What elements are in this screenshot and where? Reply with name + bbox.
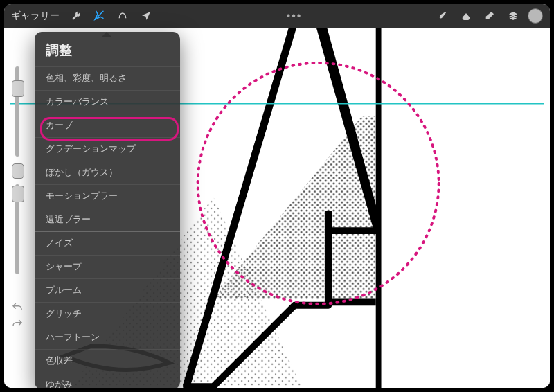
wrench-icon[interactable] [66,7,84,25]
side-square-button[interactable] [12,163,24,179]
adjustments-item[interactable]: グリッチ [35,302,180,326]
adjustments-item[interactable]: ブルーム [35,278,180,302]
eraser-icon[interactable] [481,7,499,25]
undo-button[interactable] [10,299,25,316]
adjustments-item[interactable]: ゆがみ [35,373,180,388]
adjustments-item[interactable]: 色収差 [35,349,180,373]
adjustments-item[interactable]: 遠近ブラー [35,208,180,231]
adjustments-item[interactable]: ハーフトーン [35,326,180,349]
adjustments-item[interactable]: シャープ [35,255,180,278]
adjustments-icon[interactable] [90,7,108,25]
adjustments-item[interactable]: ノイズ [35,231,180,255]
color-picker-button[interactable] [528,8,543,24]
adjustments-item[interactable]: カーブ [35,114,180,137]
brush-opacity-handle[interactable] [12,186,24,202]
adjustments-popover: 調整 色相、彩度、明るさカラーバランスカーブグラデーションマップぼかし（ガウス）… [35,32,180,388]
layers-icon[interactable] [504,7,522,25]
gallery-button[interactable]: ギャラリー [11,10,61,22]
adjustments-item[interactable]: 色相、彩度、明るさ [35,66,180,90]
brush-size-opacity-rail[interactable] [11,66,24,288]
transform-icon[interactable] [137,7,155,25]
brush-size-handle[interactable] [12,80,24,97]
redo-button[interactable] [10,316,25,332]
adjustments-item[interactable]: ぼかし（ガウス） [35,161,180,184]
adjustments-title: 調整 [35,32,180,66]
top-toolbar: ギャラリー ••• [4,4,550,28]
adjustments-list: 色相、彩度、明るさカラーバランスカーブグラデーションマップぼかし（ガウス）モーシ… [35,66,180,388]
brush-icon[interactable] [434,7,452,25]
adjustments-item[interactable]: グラデーションマップ [35,137,180,161]
adjustments-item[interactable]: カラーバランス [35,90,180,114]
smudge-icon[interactable] [457,7,475,25]
selection-icon[interactable] [114,7,132,25]
adjustments-item[interactable]: モーションブラー [35,184,180,208]
modify-menu-button[interactable]: ••• [287,10,303,22]
